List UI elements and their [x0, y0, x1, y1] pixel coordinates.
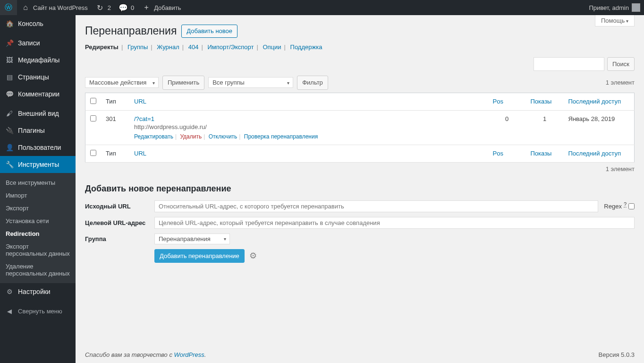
add-redirect-button[interactable]: Добавить перенаправление — [154, 249, 245, 263]
menu-dashboard[interactable]: 🏠Консоль — [0, 15, 76, 32]
plugin-tabs: Редиректы| Группы| Журнал| 404| Импорт/Э… — [85, 43, 635, 51]
comment-icon: 💬 — [5, 89, 14, 99]
site-name: Сайт на WordPress — [33, 4, 88, 11]
site-link[interactable]: ⌂Сайт на WordPress — [17, 0, 92, 15]
page-icon: ▤ — [5, 72, 14, 82]
add-redirect-heading: Добавить новое перенаправление — [85, 184, 635, 194]
add-new-button[interactable]: Добавить новое — [181, 25, 237, 38]
collapse-icon: ◀ — [5, 306, 14, 316]
menu-users[interactable]: 👤Пользователи — [0, 139, 76, 156]
comment-icon: 💬 — [119, 3, 128, 12]
user-greeting[interactable]: Привет, admin — [585, 0, 644, 15]
table-row: 301 /?cat=1 http://wordpress.uguide.ru/ … — [85, 110, 635, 145]
gauge-icon: 🏠 — [5, 19, 14, 28]
admin-footer: Спасибо вам за творчество с WordPress. В… — [85, 351, 635, 358]
group-label: Группа — [85, 235, 149, 242]
item-count-top: 1 элемент — [606, 79, 635, 86]
action-check[interactable]: Проверка перенаправления — [244, 133, 318, 140]
group-filter-select[interactable]: Все группы — [208, 77, 293, 88]
sliders-icon: ⚙ — [5, 287, 14, 296]
comments-link[interactable]: 💬0 — [115, 0, 138, 15]
gear-icon[interactable]: ⚙ — [249, 251, 257, 261]
select-all-checkbox[interactable] — [90, 98, 96, 104]
user-icon: 👤 — [5, 143, 14, 152]
tab-options[interactable]: Опции — [263, 43, 281, 51]
item-count-bottom: 1 элемент — [85, 165, 635, 173]
submenu-import[interactable]: Импорт — [0, 189, 76, 202]
main-content: Помощь Перенаправления Добавить новое Ре… — [76, 15, 644, 363]
admin-sidebar: 🏠Консоль 📌Записи 🖼Медиафайлы ▤Страницы 💬… — [0, 15, 76, 363]
avatar — [632, 3, 640, 12]
submenu-network[interactable]: Установка сети — [0, 215, 76, 227]
tab-404[interactable]: 404 — [188, 43, 199, 51]
submenu-redirection[interactable]: Redirection — [0, 227, 76, 240]
page-title: Перенаправления — [85, 25, 177, 37]
tab-import-export[interactable]: Импорт/Экспорт — [208, 43, 254, 51]
col-url[interactable]: URL — [134, 98, 146, 105]
menu-posts[interactable]: 📌Записи — [0, 35, 76, 52]
menu-appearance[interactable]: 🖌Внешний вид — [0, 105, 76, 122]
apply-button[interactable]: Применить — [162, 76, 204, 90]
source-url-input[interactable] — [154, 200, 598, 212]
col-pos[interactable]: Pos — [493, 98, 503, 105]
version-label: Версия 5.0.3 — [599, 351, 635, 358]
target-url-label: Целевой URL-адрес — [85, 219, 149, 226]
row-hits: 1 — [526, 110, 564, 145]
bulk-actions-select[interactable]: Массовые действия — [85, 77, 159, 88]
redirects-table: Тип URL Pos Показы Последний доступ 301 … — [85, 93, 635, 163]
row-target-url: http://wordpress.uguide.ru/ — [134, 123, 483, 130]
submenu-tools: Все инструменты Импорт Экспорт Установка… — [0, 173, 76, 283]
tab-support[interactable]: Поддержка — [290, 43, 322, 51]
collapse-menu[interactable]: ◀Свернуть меню — [0, 302, 76, 320]
row-checkbox[interactable] — [90, 115, 96, 121]
action-edit[interactable]: Редактировать — [134, 133, 173, 140]
submenu-privacy-erase[interactable]: Удаление персональных данных — [0, 260, 76, 280]
search-input[interactable] — [534, 57, 604, 71]
row-source-url[interactable]: /?cat=1 — [134, 115, 154, 122]
plug-icon: 🔌 — [5, 126, 14, 135]
menu-comments[interactable]: 💬Комментарии — [0, 86, 76, 103]
wp-logo[interactable]: ⓦ — [0, 0, 17, 15]
tab-redirects[interactable]: Редиректы — [85, 43, 119, 51]
add-new-link[interactable]: +Добавить — [138, 0, 185, 15]
row-code: 301 — [101, 110, 129, 145]
search-button[interactable]: Поиск — [607, 57, 635, 71]
menu-media[interactable]: 🖼Медиафайлы — [0, 52, 76, 69]
row-actions: Редактировать| Удалить| Отключить| Прове… — [134, 133, 483, 140]
tab-log[interactable]: Журнал — [157, 43, 179, 51]
refresh-icon: ↻ — [95, 3, 105, 12]
home-icon: ⌂ — [21, 3, 30, 12]
col-last[interactable]: Последний доступ — [568, 98, 621, 105]
tab-groups[interactable]: Группы — [127, 43, 148, 51]
group-select[interactable]: Перенаправления — [154, 233, 230, 244]
select-all-checkbox-bottom[interactable] — [90, 150, 96, 156]
wrench-icon: 🔧 — [5, 160, 14, 169]
source-url-label: Исходный URL — [85, 203, 149, 210]
action-disable[interactable]: Отключить — [209, 133, 237, 140]
regex-checkbox[interactable] — [628, 203, 635, 209]
submenu-all-tools[interactable]: Все инструменты — [0, 176, 76, 189]
col-hits[interactable]: Показы — [531, 98, 552, 105]
submenu-export[interactable]: Экспорт — [0, 202, 76, 215]
menu-settings[interactable]: ⚙Настройки — [0, 283, 76, 300]
help-tab[interactable]: Помощь — [595, 15, 635, 26]
plus-icon: + — [142, 3, 151, 12]
menu-plugins[interactable]: 🔌Плагины — [0, 122, 76, 139]
menu-pages[interactable]: ▤Страницы — [0, 69, 76, 86]
brush-icon: 🖌 — [5, 109, 14, 118]
wp-link[interactable]: WordPress — [174, 351, 204, 358]
submenu-privacy-export[interactable]: Экспорт персональных данных — [0, 240, 76, 260]
updates-link[interactable]: ↻2 — [92, 0, 115, 15]
action-delete[interactable]: Удалить — [180, 133, 202, 140]
pin-icon: 📌 — [5, 38, 14, 48]
admin-topbar: ⓦ ⌂Сайт на WordPress ↻2 💬0 +Добавить При… — [0, 0, 644, 15]
regex-label: Regex — [604, 203, 622, 210]
row-pos: 0 — [488, 110, 526, 145]
col-type: Тип — [101, 93, 129, 110]
regex-help-icon[interactable]: ? — [624, 201, 627, 207]
filter-button[interactable]: Фильтр — [297, 76, 328, 90]
menu-tools[interactable]: 🔧Инструменты — [0, 156, 76, 173]
wordpress-icon: ⓦ — [4, 3, 13, 12]
media-icon: 🖼 — [5, 55, 14, 65]
target-url-input[interactable] — [154, 217, 635, 229]
